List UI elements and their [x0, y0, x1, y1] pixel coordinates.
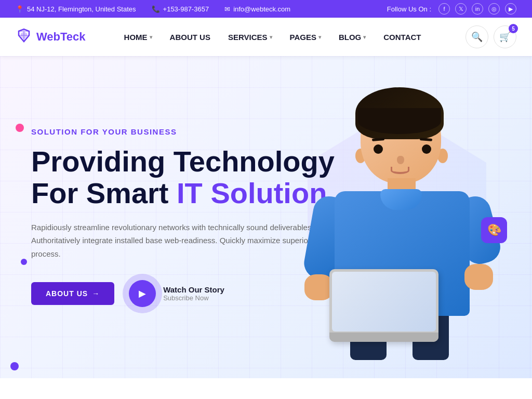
- blog-chevron-icon: ▾: [363, 34, 366, 40]
- navbar: WebTeck HOME ▾ ABOUT US SERVICES ▾ PAGES…: [0, 18, 532, 56]
- email-icon: ✉: [224, 5, 230, 13]
- nav-pages-label: PAGES: [290, 33, 316, 42]
- char-hair-front: [358, 108, 441, 134]
- nav-about[interactable]: ABOUT US: [163, 28, 218, 47]
- char-laptop: [329, 269, 438, 342]
- hero-title-line2-plain: For Smart: [31, 177, 177, 209]
- phone-text: +153-987-3657: [163, 5, 209, 13]
- nav-contact-label: CONTACT: [383, 33, 421, 42]
- nav-blog[interactable]: BLOG ▾: [331, 28, 373, 47]
- twitter-icon[interactable]: 𝕏: [455, 3, 467, 15]
- address-text: 54 NJ-12, Flemington, United States: [27, 5, 136, 13]
- hero-title-line1: Providing Technology: [31, 145, 335, 178]
- char-hand-left: [304, 274, 333, 300]
- phone-icon: 📞: [152, 5, 160, 13]
- search-button[interactable]: 🔍: [466, 25, 488, 48]
- pages-chevron-icon: ▾: [318, 34, 321, 40]
- nav-actions: 🔍 🛒 5: [466, 25, 516, 48]
- char-hand-right: [464, 264, 493, 290]
- hero-description: Rapidiously streamline revolutionary net…: [31, 221, 332, 261]
- character-illustration: 🎨: [293, 72, 511, 378]
- cart-icon: 🛒: [499, 31, 511, 43]
- nav-contact[interactable]: CONTACT: [376, 28, 428, 47]
- follow-label: Follow Us On :: [387, 5, 431, 13]
- nav-links: HOME ▾ ABOUT US SERVICES ▾ PAGES ▾ BLOG …: [117, 28, 466, 47]
- watch-subtitle: Subscribe Now: [163, 294, 224, 302]
- facebook-icon[interactable]: f: [438, 3, 450, 15]
- email-text: info@webteck.com: [233, 5, 290, 13]
- cart-badge: 5: [509, 24, 518, 33]
- about-us-label: ABOUT US: [46, 289, 88, 298]
- nav-services-label: SERVICES: [228, 33, 268, 42]
- services-chevron-icon: ▾: [270, 34, 272, 40]
- play-icon: ▶: [139, 288, 146, 299]
- char-laptop-base: [329, 332, 438, 342]
- topbar: 📍 54 NJ-12, Flemington, United States 📞 …: [0, 0, 532, 18]
- floating-card: 🎨: [481, 217, 507, 243]
- search-icon: 🔍: [471, 31, 483, 43]
- hero-tagline: SOLUTION FOR YOUR BUSINESS: [31, 127, 335, 136]
- play-text: Watch Our Story Subscribe Now: [163, 285, 224, 302]
- hero-image-area: 🎨: [283, 56, 532, 378]
- hero-actions: ABOUT US → ▶ Watch Our Story Subscribe N…: [31, 280, 335, 307]
- cart-button[interactable]: 🛒 5: [494, 25, 516, 48]
- floating-card-icon: 🎨: [487, 223, 501, 237]
- nav-home-label: HOME: [124, 33, 148, 42]
- social-icons: f 𝕏 in ◎ ▶: [438, 3, 516, 15]
- logo-text: WebTeck: [36, 30, 86, 44]
- address-item: 📍 54 NJ-12, Flemington, United States: [16, 5, 136, 13]
- instagram-icon[interactable]: ◎: [488, 3, 500, 15]
- arrow-right-icon: →: [92, 289, 100, 298]
- nav-blog-label: BLOG: [339, 33, 361, 42]
- char-mouth: [391, 167, 409, 174]
- char-eye-left: [374, 144, 383, 154]
- nav-home[interactable]: HOME ▾: [117, 28, 159, 47]
- email-item: ✉ info@webteck.com: [224, 5, 290, 13]
- char-eye-right: [422, 144, 431, 154]
- char-laptop-screen: [332, 272, 436, 331]
- logo[interactable]: WebTeck: [16, 27, 86, 47]
- topbar-right: Follow Us On : f 𝕏 in ◎ ▶: [387, 3, 516, 15]
- home-chevron-icon: ▾: [150, 34, 152, 40]
- about-us-button[interactable]: ABOUT US →: [31, 282, 114, 305]
- hero-content: SOLUTION FOR YOUR BUSINESS Providing Tec…: [31, 127, 335, 308]
- deco-purple-bottom-dot: [10, 362, 19, 370]
- location-icon: 📍: [16, 5, 24, 13]
- linkedin-icon[interactable]: in: [472, 3, 483, 15]
- char-nose: [397, 156, 404, 164]
- watch-story-action[interactable]: ▶ Watch Our Story Subscribe Now: [129, 280, 224, 307]
- char-collar: [380, 189, 422, 210]
- play-button[interactable]: ▶: [129, 280, 156, 307]
- phone-item: 📞 +153-987-3657: [152, 5, 209, 13]
- hero-title: Providing Technology For Smart IT Soluti…: [31, 145, 335, 209]
- deco-pink-dot: [16, 124, 24, 132]
- deco-purple-dot: [21, 259, 27, 265]
- nav-pages[interactable]: PAGES ▾: [283, 28, 328, 47]
- watch-title: Watch Our Story: [163, 285, 224, 294]
- nav-about-label: ABOUT US: [170, 33, 210, 42]
- hero-section: SOLUTION FOR YOUR BUSINESS Providing Tec…: [0, 56, 532, 378]
- youtube-icon[interactable]: ▶: [505, 3, 516, 15]
- logo-icon: [16, 27, 32, 47]
- nav-services[interactable]: SERVICES ▾: [221, 28, 280, 47]
